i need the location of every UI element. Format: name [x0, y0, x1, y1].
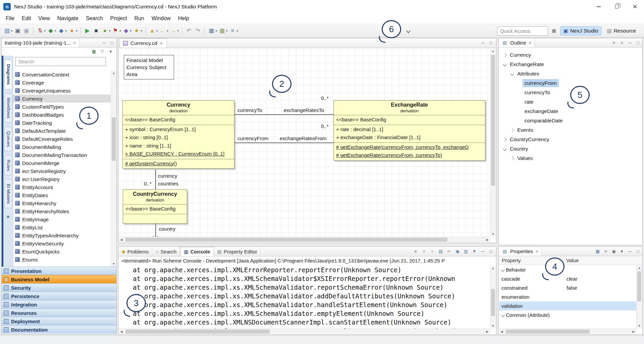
layer-integration[interactable]: Integration [2, 300, 116, 308]
scrollbar-thumb[interactable] [491, 55, 495, 186]
tree-item[interactable]: Events [499, 125, 642, 135]
tab-console[interactable]: ▥ Console [180, 247, 214, 256]
display-console-icon[interactable]: ▼ [471, 248, 477, 254]
side-tab-queues[interactable]: Queues [4, 127, 12, 151]
run-icon[interactable]: ▶ ▾ [84, 27, 91, 35]
word-wrap-icon[interactable]: ↵ [446, 248, 452, 254]
layout-icon[interactable]: ▦ ▾ [218, 27, 228, 35]
redo-icon[interactable]: ↷ ▾ [194, 27, 201, 35]
edge-label[interactable]: exchangeRatesFrom [279, 135, 327, 141]
edge-label[interactable]: country [158, 226, 176, 232]
new-wizard-icon[interactable]: ▤ ▾ [3, 27, 13, 35]
connections-icon[interactable]: ◆ ▾ [58, 27, 67, 35]
layer-resources[interactable]: Resources [2, 308, 116, 317]
show-categories-icon[interactable]: ▦ [595, 248, 601, 254]
wand-icon[interactable]: ★ ▾ [133, 27, 142, 35]
property-row[interactable]: constrained false [499, 283, 636, 292]
save-icon[interactable]: ▣ ▾ [14, 27, 21, 35]
layer-documentation[interactable]: Documentation [2, 325, 116, 334]
tools-icon[interactable]: ◆ ▾ [122, 27, 132, 35]
scroll-right-button[interactable] [485, 329, 490, 334]
editor-horizontal-scrollbar[interactable] [119, 237, 490, 242]
filter-icon[interactable]: ▽ [99, 49, 105, 55]
class-exchangerate[interactable]: ExchangeRate derivation <<base>> BaseCon… [333, 100, 485, 161]
menu-run[interactable]: Run [130, 14, 148, 23]
explorer-item[interactable]: ConversationContext [13, 70, 111, 78]
upgrade-model-icon[interactable]: ⇅ ▾ [37, 27, 46, 35]
minimize-icon[interactable]: ─ [480, 248, 486, 254]
class-attribute[interactable]: + rate : decimal [1..1] [336, 125, 483, 134]
property-row[interactable]: Common (Attribute) [499, 310, 636, 320]
class-attribute[interactable]: + BASE_CURRENCY : CurrencyEnum [0..1] [125, 150, 232, 158]
edge-label[interactable]: currencyTo [237, 107, 263, 113]
explorer-item[interactable]: DefaultActTemplate [13, 127, 111, 135]
class-operation[interactable]: # getExchangeRate(currencyFrom, currency… [336, 151, 483, 160]
mark-occurrences-icon[interactable]: ▲ ▾ [149, 27, 158, 35]
close-icon[interactable] [160, 40, 163, 46]
explorer-item[interactable]: DateTracking [13, 119, 111, 127]
class-attribute[interactable]: + exchangeDate : FinancialDate [1..1] [336, 133, 483, 142]
menu-search[interactable]: Search [82, 14, 107, 23]
class-attribute[interactable]: + icon : string [0..1] [125, 133, 232, 142]
scheme-console-icon[interactable]: ● ▾ [101, 27, 111, 35]
property-row[interactable]: Behavior [499, 265, 636, 274]
scroll-left-button[interactable] [499, 329, 504, 334]
scrollbar-thumb[interactable] [112, 117, 116, 161]
scrollbar-thumb[interactable] [125, 330, 270, 334]
scrollbar-thumb[interactable] [491, 289, 495, 316]
diagram-note[interactable]: Financial ModelCurrency SubjectArea [124, 55, 174, 79]
tree-chevron-icon[interactable] [501, 138, 508, 141]
class-operation[interactable]: # getExchangeRate(currencyFrom, currency… [336, 143, 483, 152]
explorer-item[interactable]: EntityViewSecurity [13, 239, 111, 247]
side-tab-rules[interactable]: Rules [4, 155, 12, 176]
tree-chevron-icon[interactable] [501, 63, 508, 66]
pin-icon[interactable]: ◉ [611, 248, 617, 254]
collapse-all-icon[interactable]: ≡ [619, 40, 625, 46]
class-countrycurrency[interactable]: CountryCurrency derivation <<base>> Base… [123, 189, 187, 224]
multiplicity-label[interactable]: 0..* [320, 95, 329, 101]
show-advanced-icon[interactable]: ≡ [603, 248, 609, 254]
side-tab-more[interactable]: » [3, 212, 13, 221]
outline-tab[interactable]: ▤ Outline [499, 38, 535, 47]
menu-file[interactable]: File [2, 14, 18, 23]
scroll-down-button[interactable] [490, 231, 496, 237]
class-currency[interactable]: Currency derivation <<base>> BaseConfig … [122, 100, 234, 169]
tree-item[interactable]: Attributes [499, 69, 642, 78]
close-icon[interactable] [73, 40, 76, 46]
scroll-lock-icon[interactable]: ▤ [438, 248, 444, 254]
properties-horizontal-scrollbar[interactable] [499, 329, 636, 334]
explorer-scrollbar[interactable] [111, 70, 116, 267]
view-menu-icon[interactable]: ▾ [108, 49, 114, 55]
forward-icon[interactable]: → ▾ [170, 27, 179, 35]
edge-label[interactable]: currency [157, 173, 178, 179]
side-tab-diagrams[interactable]: Diagrams [4, 60, 12, 89]
tree-chevron-icon[interactable] [501, 148, 508, 150]
tree-chevron-icon[interactable] [509, 157, 515, 160]
restore-button[interactable] [608, 0, 626, 13]
diagram-canvas[interactable]: Financial ModelCurrency SubjectArea curr… [119, 48, 490, 237]
multiplicity-label[interactable]: 0..* [143, 181, 152, 187]
scroll-up-button[interactable] [490, 48, 496, 54]
explorer-item[interactable]: DocumentMailingTransaction [13, 151, 111, 159]
tree-chevron-icon[interactable] [509, 72, 515, 75]
flag-icon[interactable]: ⚑ ▾ [112, 27, 121, 35]
pin-console-icon[interactable]: ◉ [454, 248, 461, 254]
explorer-item[interactable]: Coverage [13, 78, 111, 87]
search-input[interactable] [15, 57, 106, 66]
perspective-resource[interactable]: ▤ Resource [603, 26, 639, 36]
menu-navigate[interactable]: Navigate [54, 14, 82, 23]
back-icon[interactable]: ← ▾ [159, 27, 168, 35]
explorer-item[interactable]: EntityImage [13, 215, 111, 223]
column-property[interactable]: Property [499, 256, 563, 265]
property-row[interactable]: enumeration [499, 292, 636, 301]
explorer-item[interactable]: CoverageUniqueness [13, 87, 111, 95]
user-icon[interactable]: ● ▾ [68, 27, 77, 35]
tree-chevron-icon[interactable] [501, 54, 508, 56]
layer-persistence[interactable]: Persistence [2, 292, 116, 300]
console-horizontal-scrollbar[interactable] [119, 329, 490, 334]
tree-item[interactable]: currencyTo [499, 88, 642, 97]
explorer-item[interactable]: DocumentMerge [13, 159, 111, 167]
minimize-icon[interactable]: ─ [627, 248, 633, 254]
stop-icon[interactable]: ■ ▾ [93, 27, 100, 35]
table-mode-icon[interactable]: ▦ [91, 49, 97, 55]
